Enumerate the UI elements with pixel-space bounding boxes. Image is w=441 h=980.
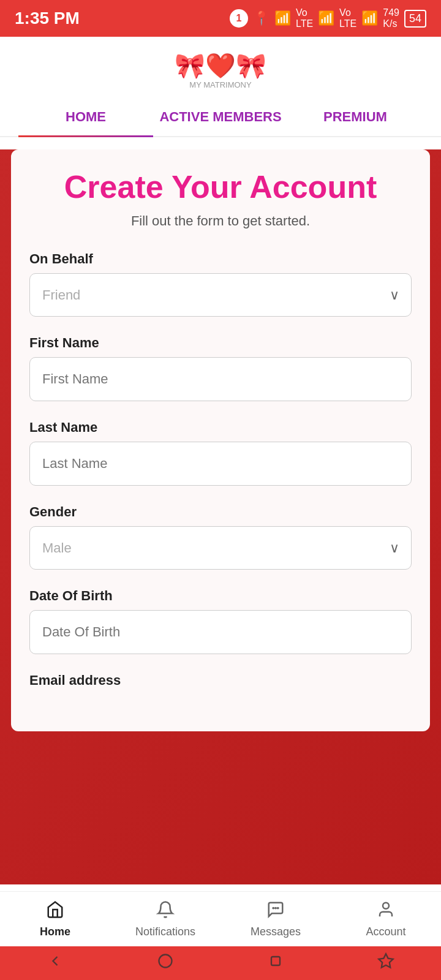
signal-icon: 📶 (318, 10, 334, 26)
tab-premium[interactable]: PREMIUM (288, 98, 423, 136)
one-icon: 1 (230, 9, 248, 28)
status-time: 1:35 PM (15, 9, 80, 28)
android-assist-btn[interactable] (377, 952, 394, 974)
last-name-label: Last Name (29, 420, 412, 435)
form-subtitle: Fill out the form to get started. (29, 213, 412, 229)
home-label: Home (40, 925, 70, 938)
svg-point-4 (159, 955, 172, 968)
tab-home[interactable]: HOME (18, 98, 153, 136)
nav-tabs: HOME ACTIVE MEMBERS PREMIUM (0, 98, 441, 137)
android-home-btn[interactable] (157, 952, 174, 974)
first-name-input[interactable] (29, 357, 412, 401)
bottom-nav: Home Notifications Messages (0, 891, 441, 946)
messages-icon (266, 900, 285, 923)
gender-wrapper: Male Female Other ∨ (29, 526, 412, 570)
on-behalf-group: On Behalf Friend Self Parent Sibling ∨ (29, 251, 412, 317)
notifications-label: Notifications (135, 925, 195, 938)
last-name-input[interactable] (29, 442, 412, 486)
bottom-nav-messages[interactable]: Messages (221, 892, 331, 946)
messages-label: Messages (251, 925, 301, 938)
gender-group: Gender Male Female Other ∨ (29, 504, 412, 570)
on-behalf-label: On Behalf (29, 251, 412, 267)
app-name: MY MATRIMONY (175, 80, 266, 89)
android-recents-btn[interactable] (267, 952, 284, 974)
gender-label: Gender (29, 504, 412, 520)
signal2-icon: 📶 (361, 10, 378, 26)
bottom-nav-home[interactable]: Home (0, 892, 110, 946)
first-name-group: First Name (29, 335, 412, 401)
form-title: Create Your Account (29, 168, 412, 206)
svg-point-3 (383, 902, 389, 908)
account-label: Account (366, 925, 405, 938)
dob-group: Date Of Birth (29, 588, 412, 654)
notifications-icon (156, 900, 175, 923)
logo-area: 🎀❤️🎀 MY MATRIMONY (0, 37, 441, 98)
first-name-label: First Name (29, 335, 412, 351)
lte-icon: VoLTE (296, 7, 313, 29)
svg-rect-5 (271, 957, 280, 965)
email-group: Email address (29, 673, 412, 688)
form-container: Create Your Account Fill out the form to… (11, 149, 430, 731)
gender-select[interactable]: Male Female Other (29, 526, 412, 570)
svg-marker-6 (379, 954, 393, 967)
bottom-nav-account[interactable]: Account (331, 892, 441, 946)
dob-label: Date Of Birth (29, 588, 412, 604)
dob-input[interactable] (29, 610, 412, 654)
location-icon: 📍 (253, 10, 270, 26)
on-behalf-wrapper: Friend Self Parent Sibling ∨ (29, 273, 412, 317)
status-bar: 1:35 PM 1 📍 📶 VoLTE 📶 VoLTE 📶 749K/s 54 (0, 0, 441, 37)
battery-indicator: 54 (404, 10, 426, 28)
on-behalf-select[interactable]: Friend Self Parent Sibling (29, 273, 412, 317)
app-logo: 🎀❤️🎀 (175, 51, 266, 80)
status-icons: 1 📍 📶 VoLTE 📶 VoLTE 📶 749K/s 54 (230, 7, 426, 29)
page-wrapper: Create Your Account Fill out the form to… (0, 149, 441, 884)
speed-indicator: 749K/s (383, 7, 399, 29)
home-icon (46, 900, 64, 923)
last-name-group: Last Name (29, 420, 412, 486)
account-icon (377, 900, 395, 923)
email-label: Email address (29, 673, 412, 688)
wifi-icon: 📶 (274, 10, 291, 26)
bottom-nav-notifications[interactable]: Notifications (110, 892, 221, 946)
lte2-icon: VoLTE (339, 7, 356, 29)
android-nav (0, 946, 441, 980)
tab-active-members[interactable]: ACTIVE MEMBERS (153, 98, 288, 136)
android-back-btn[interactable] (47, 952, 64, 974)
